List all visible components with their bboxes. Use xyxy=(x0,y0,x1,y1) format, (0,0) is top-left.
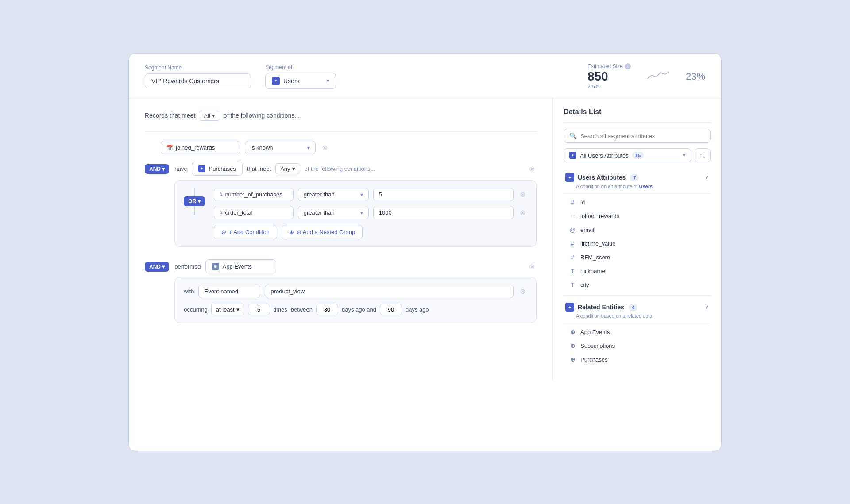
estimated-number: 850 xyxy=(587,70,631,83)
app-events-pill[interactable]: ⊕ App Events xyxy=(205,259,276,273)
search-input[interactable] xyxy=(580,133,705,139)
sort-button[interactable]: ↑↓ xyxy=(695,148,711,162)
users-attr-group-header[interactable]: ✦ Users Attributes 7 ∨ xyxy=(564,169,711,185)
attr-item-app-events[interactable]: ⊕ App Events xyxy=(564,325,711,339)
remove-app-events-button[interactable]: ⊗ xyxy=(527,261,537,273)
at-least-select[interactable]: at least ▾ xyxy=(211,304,244,315)
sparkline-icon xyxy=(645,69,672,82)
attr-item-nickname[interactable]: T nickname xyxy=(564,264,711,278)
segment-of-select[interactable]: ✦ Users ▾ xyxy=(265,73,336,89)
event-row: with Event named product_view ⊗ xyxy=(184,285,527,298)
purchases-type-icon: ⊕ xyxy=(569,356,576,363)
search-box[interactable]: 🔍 xyxy=(564,129,711,143)
attr-item-joined-rewards[interactable]: □ joined_rewards xyxy=(564,209,711,223)
joined-rewards-pill[interactable]: 📅 joined_rewards xyxy=(161,141,240,154)
event-label-pill[interactable]: Event named xyxy=(198,285,260,298)
attr-filter-icon: ✦ xyxy=(569,152,576,159)
related-group-header[interactable]: ✦ Related Entities 4 ∨ xyxy=(564,299,711,315)
subscriptions-type-icon: ⊕ xyxy=(569,342,576,349)
attr-item-rfm-score[interactable]: # RFM_score xyxy=(564,250,711,264)
details-title: Details List xyxy=(564,108,711,116)
conditions-header: Records that meet All ▾ of the following… xyxy=(145,111,537,121)
days-ago2-input[interactable] xyxy=(380,304,402,315)
attr-item-city[interactable]: T city xyxy=(564,278,711,292)
nested-operator-2[interactable]: greater than ▾ xyxy=(298,206,369,219)
and-badge-2-area: AND ▾ xyxy=(145,259,169,323)
at-type-icon: @ xyxy=(569,227,576,233)
header-section: Segment Name Segment of ✦ Users ▾ Estima… xyxy=(129,54,721,98)
body-section: Records that meet All ▾ of the following… xyxy=(129,98,721,380)
attr-item-purchases[interactable]: ⊕ Purchases xyxy=(564,353,711,366)
remove-nested-1-button[interactable]: ⊗ xyxy=(518,189,527,200)
purchases-block: have ✦ Purchases that meet Any ▾ of the … xyxy=(174,162,537,251)
segment-of-value: Users xyxy=(283,77,300,85)
users-group-name: Users Attributes 7 xyxy=(578,174,701,181)
right-panel: Details List 🔍 ✦ All Users Attributes 15… xyxy=(553,98,721,380)
remove-purchases-button[interactable]: ⊗ xyxy=(527,163,537,175)
times-count-input[interactable] xyxy=(248,304,270,315)
between-label: between xyxy=(291,306,313,313)
order-total-pill[interactable]: # order_total xyxy=(214,206,294,219)
attr-item-id[interactable]: # id xyxy=(564,196,711,209)
joined-rewards-label: joined_rewards xyxy=(176,144,215,151)
calendar-type-icon: □ xyxy=(569,213,576,219)
users-group-chevron[interactable]: ∨ xyxy=(705,174,709,181)
nested-value-1[interactable] xyxy=(373,188,514,201)
related-group-count: 4 xyxy=(629,304,638,311)
app-events-section: AND ▾ performed ⊕ App Events ⊗ xyxy=(145,259,537,323)
event-value-pill[interactable]: product_view xyxy=(265,285,514,298)
app-events-icon: ⊕ xyxy=(212,263,219,270)
remove-row1-button[interactable]: ⊗ xyxy=(320,142,329,154)
nested-icon: ⊕ xyxy=(289,229,294,235)
users-attr-group: ✦ Users Attributes 7 ∨ A condition on an… xyxy=(564,169,711,292)
conditions-suffix: of the following conditions... xyxy=(224,112,300,119)
num-purchases-pill[interactable]: # number_of_purchases xyxy=(214,188,294,201)
nested-value-2[interactable] xyxy=(373,206,514,219)
segment-name-input[interactable] xyxy=(145,73,251,88)
purchases-entity-pill[interactable]: ✦ Purchases xyxy=(192,162,243,176)
hash-type-icon-2: # xyxy=(569,240,576,247)
attr-item-lifetime-value[interactable]: # lifetime_value xyxy=(564,237,711,250)
add-btns-row: ⊕ + Add Condition ⊕ ⊕ Add a Nested Group xyxy=(214,225,527,239)
remove-nested-2-button[interactable]: ⊗ xyxy=(518,207,527,219)
days-ago-label2: days ago xyxy=(406,306,429,313)
or-connector: OR ▾ xyxy=(184,188,205,215)
and-badge-2[interactable]: AND ▾ xyxy=(145,262,169,272)
related-group-icon: ✦ xyxy=(565,303,574,312)
have-label: have xyxy=(174,165,187,172)
related-entities-group: ✦ Related Entities 4 ∨ A condition based… xyxy=(564,299,711,366)
segment-name-group: Segment Name xyxy=(145,65,251,88)
performed-label: performed xyxy=(174,263,201,270)
attr-item-email[interactable]: @ email xyxy=(564,223,711,237)
days-ago-label1: days ago and xyxy=(342,306,376,313)
all-select[interactable]: All ▾ xyxy=(199,111,220,121)
filter-label: All Users Attributes xyxy=(580,152,629,159)
or-badge[interactable]: OR ▾ xyxy=(184,196,205,206)
chevron-down-icon: ▾ xyxy=(236,306,240,313)
that-meet-label: that meet xyxy=(247,165,271,172)
remove-event-button[interactable]: ⊗ xyxy=(518,285,527,297)
nested-rows: # number_of_purchases greater than ▾ ⊗ xyxy=(214,188,527,239)
conditions-suffix-2: of the following conditions... xyxy=(305,165,375,172)
add-condition-button[interactable]: ⊕ + Add Condition xyxy=(214,225,277,239)
t-type-icon-1: T xyxy=(569,268,576,274)
occurring-row: occurring at least ▾ times between days … xyxy=(184,304,527,315)
main-card: Segment Name Segment of ✦ Users ▾ Estima… xyxy=(128,53,722,451)
any-select[interactable]: Any ▾ xyxy=(275,163,300,174)
nested-operator-1[interactable]: greater than ▾ xyxy=(298,188,369,201)
and-badge-1[interactable]: AND ▾ xyxy=(145,164,169,174)
nested-condition-row-2: # order_total greater than ▾ ⊗ xyxy=(214,206,527,219)
attr-filter-select[interactable]: ✦ All Users Attributes 15 ▾ xyxy=(564,148,691,162)
attr-item-subscriptions[interactable]: ⊕ Subscriptions xyxy=(564,339,711,353)
and-badge-1-area: AND ▾ xyxy=(145,162,169,251)
search-icon: 🔍 xyxy=(569,132,577,139)
is-known-operator[interactable]: is known ▾ xyxy=(245,141,316,154)
estimated-label: Estimated Size i xyxy=(587,63,631,69)
related-group-chevron[interactable]: ∨ xyxy=(705,304,709,310)
filter-count: 15 xyxy=(632,152,644,159)
days-ago1-input[interactable] xyxy=(316,304,338,315)
segment-name-label: Segment Name xyxy=(145,65,251,71)
add-nested-group-button[interactable]: ⊕ ⊕ Add a Nested Group xyxy=(282,225,363,239)
calendar-icon: 📅 xyxy=(166,145,173,151)
related-attr-items: ⊕ App Events ⊕ Subscriptions ⊕ Purchases xyxy=(564,325,711,366)
